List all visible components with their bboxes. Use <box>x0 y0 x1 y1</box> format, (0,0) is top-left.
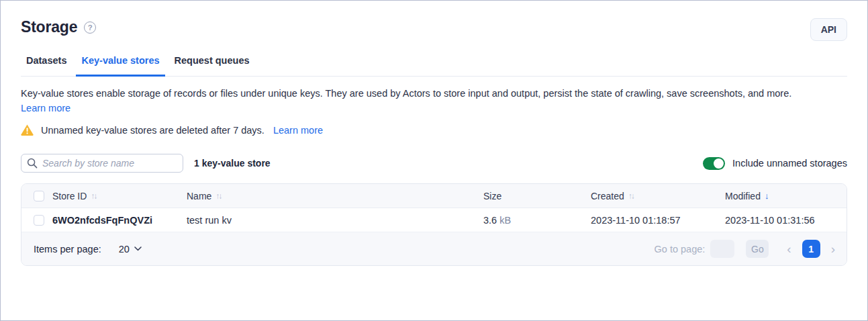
warning-banner: Unnamed key-value stores are deleted aft… <box>21 124 847 136</box>
help-icon[interactable]: ? <box>84 21 96 34</box>
column-label-created: Created <box>591 191 624 201</box>
column-label-name: Name <box>187 191 211 201</box>
row-size-unit: kB <box>499 215 511 226</box>
table-footer: Items per page: 20 Go to page: Go ‹ 1 › <box>21 232 847 265</box>
go-to-page-label: Go to page: <box>655 244 706 255</box>
toggle-knob <box>714 158 724 169</box>
column-header-store-id[interactable]: Store ID ↑↓ <box>52 191 187 201</box>
column-header-modified[interactable]: Modified ↓ <box>725 191 847 201</box>
pager: ‹ 1 › <box>785 240 837 258</box>
row-store-id[interactable]: 6WO2nfcdsFqFnQVZi <box>52 215 187 226</box>
store-count-label: 1 key-value store <box>194 158 271 169</box>
description-learn-more-link[interactable]: Learn more <box>21 103 70 113</box>
go-button[interactable]: Go <box>746 240 769 258</box>
tab-key-value-stores[interactable]: Key-value stores <box>76 51 164 77</box>
column-label-store-id: Store ID <box>52 191 87 201</box>
chevron-left-icon[interactable]: ‹ <box>785 242 793 255</box>
warning-icon <box>21 124 34 136</box>
key-value-stores-table: Store ID ↑↓ Name ↑↓ Size Created ↑↓ Modi… <box>21 183 847 266</box>
chevron-right-icon[interactable]: › <box>829 242 837 255</box>
list-controls: 1 key-value store Include unnamed storag… <box>21 154 847 173</box>
go-to-page-group: Go to page: Go ‹ 1 › <box>655 240 837 258</box>
go-to-page-input[interactable] <box>710 240 734 258</box>
table-row[interactable]: 6WO2nfcdsFqFnQVZi test run kv 3.6 kB 202… <box>21 208 847 232</box>
page-title: Storage <box>21 18 77 36</box>
row-checkbox-cell <box>21 215 52 226</box>
row-size-value: 3.6 <box>483 215 497 226</box>
sort-icon-name: ↑↓ <box>215 191 221 201</box>
title-wrap: Storage ? <box>21 18 96 36</box>
api-button[interactable]: API <box>810 18 847 41</box>
table-header-row: Store ID ↑↓ Name ↑↓ Size Created ↑↓ Modi… <box>21 184 847 208</box>
row-modified: 2023-11-10 01:31:56 <box>725 215 847 226</box>
column-header-name[interactable]: Name ↑↓ <box>187 191 483 201</box>
column-header-size: Size <box>483 191 591 201</box>
column-header-created[interactable]: Created ↑↓ <box>591 191 725 201</box>
page-header: Storage ? API <box>1 1 867 41</box>
toggle-label: Include unnamed storages <box>732 158 847 169</box>
storage-tabs: Datasets Key-value stores Request queues <box>21 51 847 77</box>
unnamed-storages-toggle-group: Include unnamed storages <box>703 157 847 170</box>
sort-icon-created: ↑↓ <box>628 191 634 201</box>
sort-icon-store-id: ↑↓ <box>91 191 96 201</box>
items-per-page-value: 20 <box>119 244 130 255</box>
row-size: 3.6 kB <box>483 215 591 226</box>
sort-icon-modified-desc: ↓ <box>765 191 769 201</box>
current-page-button[interactable]: 1 <box>802 240 820 258</box>
tab-datasets[interactable]: Datasets <box>21 51 72 77</box>
tab-request-queues[interactable]: Request queues <box>169 51 255 77</box>
column-label-modified: Modified <box>725 191 761 201</box>
search-input[interactable] <box>21 154 183 173</box>
warning-text: Unnamed key-value stores are deleted aft… <box>41 125 264 136</box>
search-icon <box>27 158 38 169</box>
row-name[interactable]: test run kv <box>187 215 483 226</box>
select-all-checkbox[interactable] <box>34 191 44 201</box>
header-checkbox-cell <box>21 191 52 201</box>
warning-learn-more-link[interactable]: Learn more <box>273 125 323 136</box>
row-checkbox[interactable] <box>34 215 44 226</box>
row-created: 2023-11-10 01:18:57 <box>591 215 725 226</box>
description-text: Key-value stores enable storage of recor… <box>21 86 847 101</box>
items-per-page-select[interactable]: 20 <box>119 244 142 255</box>
search-wrap <box>21 154 183 173</box>
items-per-page-label: Items per page: <box>34 244 101 255</box>
storage-page: Storage ? API Datasets Key-value stores … <box>0 0 868 321</box>
chevron-down-icon <box>134 246 142 251</box>
column-label-size: Size <box>483 191 501 201</box>
include-unnamed-toggle[interactable] <box>703 157 725 170</box>
